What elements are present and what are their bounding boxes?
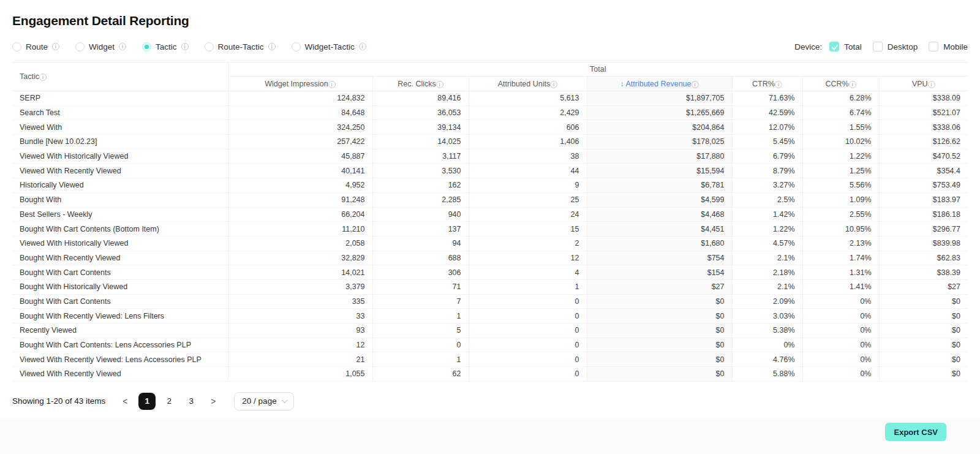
value-cell: 2 <box>469 236 587 251</box>
info-icon[interactable]: i <box>39 74 47 81</box>
page-button-1[interactable]: 1 <box>138 393 156 410</box>
radio-circle-icon[interactable] <box>142 42 151 51</box>
value-cell: $753.49 <box>879 178 968 193</box>
info-icon[interactable]: i <box>52 43 59 50</box>
info-icon[interactable]: i <box>268 43 276 50</box>
checkbox-icon[interactable] <box>829 42 839 51</box>
value-cell: $17,880 <box>587 149 732 164</box>
value-cell: 33 <box>228 309 372 323</box>
value-cell: $0 <box>587 338 732 352</box>
info-icon[interactable]: i <box>328 81 336 88</box>
value-cell: $186.18 <box>879 207 968 222</box>
column-header-attributed-units[interactable]: Attributed Unitsi <box>469 77 587 91</box>
value-cell: 257,422 <box>228 135 372 149</box>
value-cell: 0% <box>732 338 802 352</box>
column-header-vpu[interactable]: VPUi <box>879 77 968 91</box>
value-cell: 3.27% <box>732 178 802 193</box>
checkbox-icon[interactable] <box>929 42 938 51</box>
next-page-button[interactable]: > <box>205 393 222 410</box>
radio-tactic[interactable]: Tactic i <box>142 42 189 51</box>
value-cell: 0% <box>802 367 879 382</box>
value-cell: 71.63% <box>732 91 802 106</box>
table-row: Bought With Cart Contents33570$02.09%0%$… <box>12 294 968 309</box>
radio-circle-icon[interactable] <box>75 42 85 51</box>
tactic-cell: Viewed With Historically Viewed <box>12 149 228 164</box>
value-cell: 324,250 <box>228 120 372 135</box>
page-button-2[interactable]: 2 <box>160 393 178 410</box>
report-type-radio-group: Route i Widget i Tactic i Route-Tactic i… <box>12 42 366 51</box>
column-header-label: Tactic <box>20 72 39 81</box>
checkbox-mobile[interactable]: Mobile <box>929 42 968 51</box>
value-cell: 6.74% <box>802 105 879 120</box>
radio-circle-icon[interactable] <box>292 42 301 51</box>
table-row: Search Test84,64836,0532,429$1,265,66942… <box>12 105 968 120</box>
value-cell: $6,781 <box>587 178 732 193</box>
column-header-widget-impression[interactable]: Widget Impressioni <box>228 77 372 91</box>
value-cell: $178,025 <box>587 135 732 149</box>
tactic-cell: Bought With Cart Contents <box>12 265 228 280</box>
column-header-tactic[interactable]: Tactici <box>12 62 228 91</box>
value-cell: 94 <box>372 236 469 251</box>
radio-circle-icon[interactable] <box>205 42 214 51</box>
radio-widget[interactable]: Widget i <box>75 42 126 51</box>
column-header-label: Attributed Revenue <box>625 80 691 88</box>
column-header-ccr[interactable]: CCR%i <box>802 77 879 91</box>
table-row: Bought With91,2482,28525$4,5992.5%1.09%$… <box>12 192 968 207</box>
previous-page-button[interactable]: < <box>116 393 134 410</box>
checkbox-desktop[interactable]: Desktop <box>873 42 918 51</box>
engagement-detail-reporting-page: Engagement Detail Reporting Route i Widg… <box>0 0 980 454</box>
radio-widget-tactic[interactable]: Widget-Tactic i <box>292 42 366 51</box>
value-cell: 9 <box>469 178 587 193</box>
value-cell: 10.95% <box>802 222 879 236</box>
value-cell: 137 <box>372 222 469 236</box>
value-cell: 0 <box>469 338 587 352</box>
value-cell: 84,648 <box>228 105 372 120</box>
checkbox-icon[interactable] <box>873 42 883 51</box>
value-cell: 5.45% <box>732 135 802 149</box>
value-cell: 1 <box>469 279 587 294</box>
info-icon[interactable]: i <box>928 81 935 88</box>
page-size-select[interactable]: 20 / page <box>234 392 293 410</box>
info-icon[interactable]: i <box>359 43 366 50</box>
radio-circle-icon[interactable] <box>12 42 21 51</box>
info-icon[interactable]: i <box>436 81 443 88</box>
value-cell: 306 <box>372 265 469 280</box>
value-cell: 25 <box>469 192 587 207</box>
value-cell: 2.1% <box>732 279 802 294</box>
value-cell: $4,451 <box>587 222 732 236</box>
device-filter-group: Device: Total Desktop Mobile <box>794 42 968 51</box>
column-header-attributed-revenue[interactable]: ↓Attributed Revenuei <box>587 77 732 91</box>
info-icon[interactable]: i <box>692 81 699 88</box>
value-cell: 2,285 <box>372 192 469 207</box>
checkbox-total[interactable]: Total <box>829 42 862 51</box>
column-header-rec-clicks[interactable]: Rec. Clicksi <box>372 77 469 91</box>
radio-route[interactable]: Route i <box>12 42 59 51</box>
value-cell: 14,025 <box>372 135 469 149</box>
column-header-ctr[interactable]: CTR%i <box>732 77 802 91</box>
info-icon[interactable]: i <box>550 81 557 88</box>
table-group-header-row: Tactici Total <box>12 62 968 77</box>
value-cell: 8.79% <box>732 164 802 178</box>
value-cell: 0 <box>469 323 587 338</box>
value-cell: 2.09% <box>732 294 802 309</box>
value-cell: 71 <box>372 279 469 294</box>
value-cell: 1.55% <box>802 120 879 135</box>
info-icon[interactable]: i <box>775 81 782 88</box>
info-icon[interactable]: i <box>849 81 856 88</box>
table-row: Bought With Recently Viewed32,82968812$7… <box>12 251 968 265</box>
info-icon[interactable]: i <box>119 43 126 50</box>
value-cell: $338.06 <box>879 120 968 135</box>
value-cell: 0% <box>802 323 879 338</box>
value-cell: 24 <box>469 207 587 222</box>
checkbox-label: Total <box>844 42 862 51</box>
radio-label: Tactic <box>156 42 177 51</box>
value-cell: 2.18% <box>732 265 802 280</box>
radio-route-tactic[interactable]: Route-Tactic i <box>205 42 276 51</box>
value-cell: 1,406 <box>469 135 587 149</box>
table-row: Viewed With Recently Viewed1,055620$05.8… <box>12 367 968 382</box>
page-button-3[interactable]: 3 <box>183 393 200 410</box>
table-row: Viewed With Historically Viewed45,8873,1… <box>12 149 968 164</box>
value-cell: 2.13% <box>802 236 879 251</box>
export-csv-button[interactable]: Export CSV <box>885 423 946 441</box>
info-icon[interactable]: i <box>181 43 189 50</box>
